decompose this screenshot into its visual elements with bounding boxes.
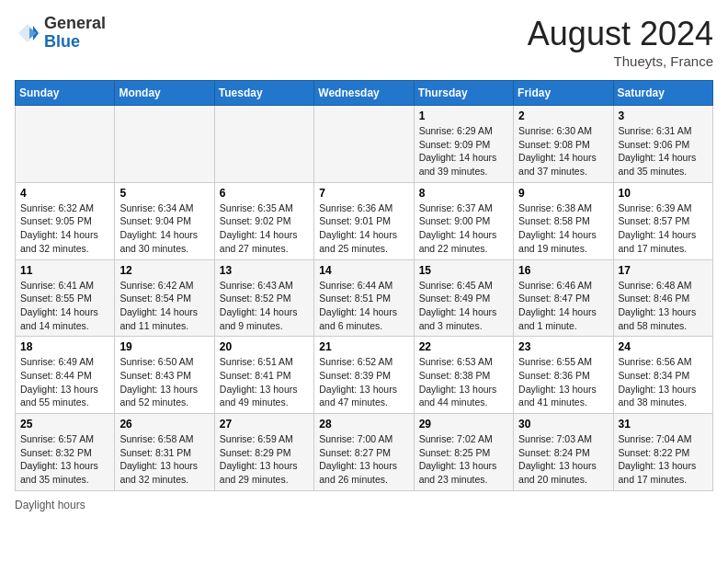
day-number: 6 (220, 187, 309, 200)
column-header-wednesday: Wednesday (314, 81, 414, 106)
calendar-week-5: 25Sunrise: 6:57 AM Sunset: 8:32 PM Dayli… (16, 414, 713, 491)
day-info: Sunrise: 7:03 AM Sunset: 8:24 PM Dayligh… (518, 432, 608, 487)
day-info: Sunrise: 6:49 AM Sunset: 8:44 PM Dayligh… (20, 355, 109, 409)
title-block: August 2024 Thueyts, France (528, 15, 713, 69)
day-info: Sunrise: 6:29 AM Sunset: 9:09 PM Dayligh… (419, 124, 508, 178)
calendar-header-row: SundayMondayTuesdayWednesdayThursdayFrid… (16, 81, 713, 106)
calendar-cell (115, 106, 214, 183)
day-info: Sunrise: 6:46 AM Sunset: 8:47 PM Dayligh… (518, 279, 608, 333)
day-info: Sunrise: 7:04 AM Sunset: 8:22 PM Dayligh… (619, 432, 708, 487)
day-number: 26 (119, 418, 209, 431)
day-info: Sunrise: 6:38 AM Sunset: 8:58 PM Dayligh… (518, 201, 608, 256)
day-number: 12 (119, 264, 209, 277)
day-info: Sunrise: 6:36 AM Sunset: 9:01 PM Dayligh… (319, 201, 408, 256)
calendar-cell: 7Sunrise: 6:36 AM Sunset: 9:01 PM Daylig… (314, 182, 414, 259)
day-info: Sunrise: 6:34 AM Sunset: 9:04 PM Dayligh… (119, 201, 209, 256)
day-info: Sunrise: 6:48 AM Sunset: 8:46 PM Dayligh… (619, 279, 708, 333)
day-number: 21 (319, 340, 408, 353)
logo-icon (15, 20, 40, 46)
day-number: 7 (319, 187, 408, 200)
day-info: Sunrise: 6:41 AM Sunset: 8:55 PM Dayligh… (20, 279, 109, 333)
location-subtitle: Thueyts, France (528, 53, 713, 69)
day-number: 22 (419, 340, 508, 353)
day-info: Sunrise: 6:52 AM Sunset: 8:39 PM Dayligh… (319, 355, 408, 409)
calendar-cell: 21Sunrise: 6:52 AM Sunset: 8:39 PM Dayli… (314, 337, 414, 414)
calendar-table: SundayMondayTuesdayWednesdayThursdayFrid… (15, 80, 713, 491)
calendar-cell: 8Sunrise: 6:37 AM Sunset: 9:00 PM Daylig… (414, 182, 513, 259)
month-year-title: August 2024 (528, 15, 713, 53)
calendar-cell: 5Sunrise: 6:34 AM Sunset: 9:04 PM Daylig… (115, 182, 214, 259)
day-number: 18 (20, 340, 109, 353)
calendar-cell: 9Sunrise: 6:38 AM Sunset: 8:58 PM Daylig… (514, 182, 613, 259)
day-number: 28 (319, 418, 408, 431)
column-header-tuesday: Tuesday (214, 81, 313, 106)
calendar-cell (214, 106, 313, 183)
day-number: 2 (518, 109, 608, 122)
day-info: Sunrise: 6:37 AM Sunset: 9:00 PM Dayligh… (419, 201, 508, 256)
day-number: 24 (619, 340, 708, 353)
day-number: 15 (419, 264, 508, 277)
calendar-cell: 29Sunrise: 7:02 AM Sunset: 8:25 PM Dayli… (414, 414, 513, 491)
calendar-cell: 12Sunrise: 6:42 AM Sunset: 8:54 PM Dayli… (115, 259, 214, 337)
day-number: 9 (518, 187, 608, 200)
day-number: 16 (518, 264, 608, 277)
calendar-week-4: 18Sunrise: 6:49 AM Sunset: 8:44 PM Dayli… (16, 337, 713, 414)
calendar-cell: 20Sunrise: 6:51 AM Sunset: 8:41 PM Dayli… (214, 337, 313, 414)
column-header-thursday: Thursday (414, 81, 513, 106)
calendar-cell: 24Sunrise: 6:56 AM Sunset: 8:34 PM Dayli… (613, 337, 712, 414)
calendar-cell (16, 106, 115, 183)
calendar-cell: 10Sunrise: 6:39 AM Sunset: 8:57 PM Dayli… (613, 182, 712, 259)
logo-general-text: General (44, 14, 106, 32)
day-info: Sunrise: 6:30 AM Sunset: 9:08 PM Dayligh… (518, 124, 608, 178)
day-number: 27 (220, 418, 309, 431)
calendar-cell: 25Sunrise: 6:57 AM Sunset: 8:32 PM Dayli… (16, 414, 115, 491)
day-number: 20 (220, 340, 309, 353)
day-info: Sunrise: 6:56 AM Sunset: 8:34 PM Dayligh… (619, 355, 708, 409)
day-number: 13 (220, 264, 309, 277)
column-header-monday: Monday (115, 81, 214, 106)
day-number: 5 (119, 187, 209, 200)
day-number: 11 (20, 264, 109, 277)
calendar-cell: 3Sunrise: 6:31 AM Sunset: 9:06 PM Daylig… (613, 106, 712, 183)
day-number: 23 (518, 340, 608, 353)
day-info: Sunrise: 6:50 AM Sunset: 8:43 PM Dayligh… (119, 355, 209, 409)
calendar-cell: 13Sunrise: 6:43 AM Sunset: 8:52 PM Dayli… (214, 259, 313, 337)
day-number: 29 (419, 418, 508, 431)
calendar-cell: 18Sunrise: 6:49 AM Sunset: 8:44 PM Dayli… (16, 337, 115, 414)
day-info: Sunrise: 7:02 AM Sunset: 8:25 PM Dayligh… (419, 432, 508, 487)
day-info: Sunrise: 6:57 AM Sunset: 8:32 PM Dayligh… (20, 432, 109, 487)
day-info: Sunrise: 6:31 AM Sunset: 9:06 PM Dayligh… (619, 124, 708, 178)
day-number: 17 (619, 264, 708, 277)
calendar-cell: 14Sunrise: 6:44 AM Sunset: 8:51 PM Dayli… (314, 259, 414, 337)
calendar-cell: 22Sunrise: 6:53 AM Sunset: 8:38 PM Dayli… (414, 337, 513, 414)
calendar-cell: 30Sunrise: 7:03 AM Sunset: 8:24 PM Dayli… (514, 414, 613, 491)
calendar-cell: 16Sunrise: 6:46 AM Sunset: 8:47 PM Dayli… (514, 259, 613, 337)
column-header-friday: Friday (514, 81, 613, 106)
calendar-cell: 23Sunrise: 6:55 AM Sunset: 8:36 PM Dayli… (514, 337, 613, 414)
column-header-saturday: Saturday (613, 81, 712, 106)
day-number: 19 (119, 340, 209, 353)
day-number: 30 (518, 418, 608, 431)
day-info: Sunrise: 6:32 AM Sunset: 9:05 PM Dayligh… (20, 201, 109, 256)
calendar-cell: 11Sunrise: 6:41 AM Sunset: 8:55 PM Dayli… (16, 259, 115, 337)
calendar-cell: 4Sunrise: 6:32 AM Sunset: 9:05 PM Daylig… (16, 182, 115, 259)
footer-note: Daylight hours (15, 499, 713, 511)
calendar-week-3: 11Sunrise: 6:41 AM Sunset: 8:55 PM Dayli… (16, 259, 713, 337)
day-info: Sunrise: 6:42 AM Sunset: 8:54 PM Dayligh… (119, 279, 209, 333)
logo: General Blue (15, 15, 106, 52)
column-header-sunday: Sunday (16, 81, 115, 106)
day-number: 10 (619, 187, 708, 200)
day-number: 25 (20, 418, 109, 431)
daylight-label: Daylight hours (15, 499, 85, 511)
day-info: Sunrise: 6:35 AM Sunset: 9:02 PM Dayligh… (220, 201, 309, 256)
calendar-cell: 27Sunrise: 6:59 AM Sunset: 8:29 PM Dayli… (214, 414, 313, 491)
day-info: Sunrise: 7:00 AM Sunset: 8:27 PM Dayligh… (319, 432, 408, 487)
day-number: 4 (20, 187, 109, 200)
calendar-cell: 17Sunrise: 6:48 AM Sunset: 8:46 PM Dayli… (613, 259, 712, 337)
calendar-cell (314, 106, 414, 183)
day-number: 8 (419, 187, 508, 200)
day-info: Sunrise: 6:39 AM Sunset: 8:57 PM Dayligh… (619, 201, 708, 256)
calendar-cell: 28Sunrise: 7:00 AM Sunset: 8:27 PM Dayli… (314, 414, 414, 491)
calendar-week-2: 4Sunrise: 6:32 AM Sunset: 9:05 PM Daylig… (16, 182, 713, 259)
day-number: 3 (619, 109, 708, 122)
